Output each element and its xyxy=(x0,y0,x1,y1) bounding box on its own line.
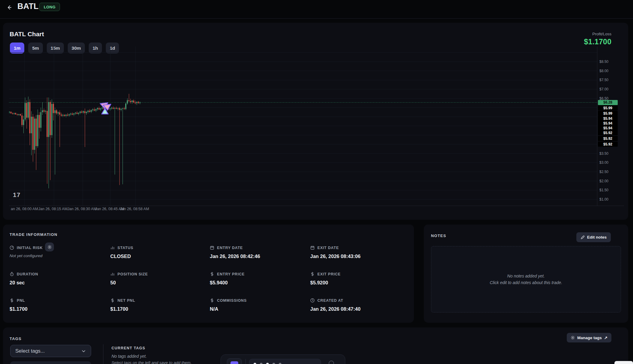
trade-price-tag: $5.92 xyxy=(598,142,618,147)
purple-swatch xyxy=(230,361,238,364)
trade-price-tag: $5.94 xyxy=(598,121,618,126)
trade-information-title: TRADE INFORMATION xyxy=(10,232,58,237)
time-tick: Jan 26, 08:30 AM xyxy=(67,207,97,211)
tradingview-logo: 17 xyxy=(13,191,20,198)
time-axis-line xyxy=(9,206,624,206)
toolbar-circle-icon[interactable] xyxy=(329,361,334,364)
price-tick: $8.00 xyxy=(599,69,608,73)
price-tick: $7.50 xyxy=(599,78,608,82)
toolbar-glyph xyxy=(279,363,281,364)
notes-card: NOTES Edit notes No notes added yet. Cli… xyxy=(424,225,628,323)
toolbar-glyph xyxy=(272,363,275,364)
page-title: BATL xyxy=(17,2,39,11)
field-position-size: POSITION SIZE 50 xyxy=(110,272,200,286)
tags-select-placeholder: Select tags... xyxy=(15,348,45,354)
tags-title: TAGS xyxy=(10,336,22,341)
gauge-icon xyxy=(10,245,14,250)
stopwatch-icon xyxy=(10,272,14,276)
field-commissions: COMMISSIONS N/A xyxy=(210,298,300,312)
trade-detail-page: { "header": { "back_icon": "arrow-left",… xyxy=(0,0,633,364)
field-value: $1.1700 xyxy=(10,306,100,312)
floating-toolbar[interactable] xyxy=(221,354,345,364)
field-label: EXIT PRICE xyxy=(317,272,340,276)
trade-price-tag: $5.99 xyxy=(598,111,618,116)
field-created-at: CREATED AT Jan 26, 2026 08:47:40 xyxy=(310,298,400,312)
field-label: DURATION xyxy=(17,272,38,276)
field-duration: DURATION 20 sec xyxy=(10,272,100,286)
configure-risk-button[interactable] xyxy=(45,242,54,251)
field-label: PNL xyxy=(17,298,25,303)
tags-empty-line1: No tags added yet. xyxy=(111,354,147,359)
time-axis[interactable]: an 26, 08:00 AMJan 26, 08:15 AMJan 26, 0… xyxy=(9,207,624,213)
corner-widget[interactable] xyxy=(614,361,633,364)
field-value: $1.1700 xyxy=(110,306,200,312)
notes-empty-line1: No notes added yet. xyxy=(507,274,545,278)
external-link-icon: ↗ xyxy=(604,335,608,340)
field-entry-date: ENTRY DATE Jan 26, 2026 08:42:46 xyxy=(210,245,300,259)
notes-empty-state: No notes added yet. Click edit to add no… xyxy=(431,246,621,313)
chart-card: BATL Chart 1m 5m 15m 30m 1h 1d Profit/Lo… xyxy=(3,23,628,220)
manage-tags-label: Manage tags xyxy=(577,336,602,340)
trade-price-tag: $5.92 xyxy=(598,130,618,135)
header-divider xyxy=(0,18,633,19)
price-axis[interactable]: $8.50$8.00$7.50$7.00$6.50$3.50$3.00$2.50… xyxy=(597,46,624,206)
field-value: N/A xyxy=(210,306,300,312)
trade-price-tag: $5.92 xyxy=(598,136,618,141)
field-label: POSITION SIZE xyxy=(117,272,148,276)
arrow-left-icon xyxy=(7,5,12,10)
bar-chart-icon xyxy=(110,245,115,250)
profit-loss-label: Profit/Loss xyxy=(584,32,611,36)
toolbar-emoji-group[interactable] xyxy=(249,359,321,364)
dollar-icon xyxy=(310,272,315,276)
field-value: $5.9400 xyxy=(210,280,300,286)
field-label: EXIT DATE xyxy=(317,246,339,250)
price-tick: $8.50 xyxy=(599,60,608,64)
calendar-icon xyxy=(310,245,315,250)
field-label: INITIAL RISK xyxy=(17,246,43,250)
field-initial-risk: INITIAL RISK Not yet configured xyxy=(10,245,100,258)
trade-price-tag: $5.99 xyxy=(598,105,618,110)
calendar-icon xyxy=(210,245,214,250)
edit-notes-button[interactable]: Edit notes xyxy=(576,232,611,242)
chart-canvas[interactable] xyxy=(9,46,597,206)
trade-price-tag: $5.94 xyxy=(598,116,618,121)
gear-icon xyxy=(47,245,52,249)
toolbar-glyph xyxy=(254,363,256,364)
chevron-down-icon xyxy=(81,349,86,354)
back-button[interactable] xyxy=(5,3,14,12)
price-tick: $2.50 xyxy=(599,170,608,174)
field-value: Jan 26, 2026 08:47:40 xyxy=(310,306,400,312)
current-price-tag: $6.28 xyxy=(598,100,618,105)
dollar-icon xyxy=(10,298,14,303)
toolbar-glyph xyxy=(266,363,269,364)
tags-select-dropdown[interactable]: Select tags... xyxy=(10,345,91,357)
field-label: STATUS xyxy=(117,246,133,250)
dollar-icon xyxy=(210,298,214,303)
pencil-icon xyxy=(581,235,585,239)
field-label: ENTRY PRICE xyxy=(217,272,245,276)
field-net-pnl: NET PNL $1.1700 xyxy=(110,298,200,312)
field-label: NET PNL xyxy=(117,298,135,303)
chart-title: BATL Chart xyxy=(10,31,44,38)
candlestick-chart[interactable]: $8.50$8.00$7.50$7.00$6.50$3.50$3.00$2.50… xyxy=(9,46,624,213)
dollar-icon xyxy=(110,298,115,303)
field-label: CREATED AT xyxy=(317,298,343,303)
dollar-icon xyxy=(210,272,214,276)
current-tags-title: CURRENT TAGS xyxy=(111,346,145,350)
gear-icon xyxy=(571,336,575,340)
clock-icon xyxy=(310,298,315,303)
notes-empty-line2: Click edit to add notes about this trade… xyxy=(490,280,562,285)
tags-divider xyxy=(103,344,103,364)
manage-tags-button[interactable]: Manage tags ↗ xyxy=(567,333,611,342)
field-value: 50 xyxy=(110,280,200,286)
price-tick: $7.00 xyxy=(599,87,608,91)
toolbar-color-swatch-button[interactable] xyxy=(227,358,242,364)
field-value: $5.9200 xyxy=(310,280,400,286)
price-tick: $3.50 xyxy=(599,151,608,156)
save-tags-button[interactable] xyxy=(10,361,91,364)
price-tick: $1.00 xyxy=(599,197,608,201)
field-exit-price: EXIT PRICE $5.9200 xyxy=(310,272,400,286)
price-tick: $2.00 xyxy=(599,179,608,183)
field-status: STATUS CLOSED xyxy=(110,245,200,259)
trade-price-tag: $5.94 xyxy=(598,125,618,131)
